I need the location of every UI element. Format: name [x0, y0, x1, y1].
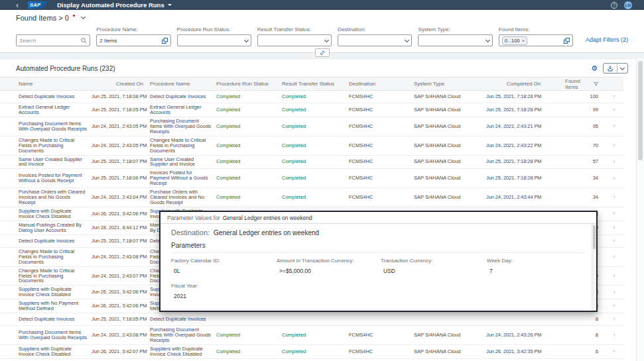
row-chevron-icon[interactable]: › — [605, 254, 623, 260]
table-row[interactable]: Extract General Ledger AccountsJun 25, 2… — [0, 103, 623, 117]
value-help-icon[interactable] — [162, 38, 168, 44]
back-icon[interactable]: ‹ — [16, 2, 19, 9]
popup-scrollbar-thumb[interactable] — [593, 225, 596, 249]
row-chevron-icon[interactable]: › — [605, 273, 623, 280]
table-row[interactable]: Detect Duplicate InvoicesJun 25, 2021, 7… — [0, 91, 623, 103]
settings-gear-icon[interactable]: ⚙ — [591, 65, 598, 72]
cell-created-on: Jun 24, 2021, 2:43:07 PM — [92, 272, 150, 280]
cell-name: Detect Duplicate Invoices — [19, 237, 92, 245]
result-transfer-status-select[interactable] — [257, 34, 332, 46]
cell-destination: FCMS4HC — [349, 123, 414, 130]
cell-created-on: Jun 28, 2021, 8:44:12 PM — [92, 224, 150, 232]
row-chevron-icon[interactable]: › — [605, 142, 623, 149]
col-name[interactable]: Name — [19, 81, 92, 87]
variant-modified-dot — [73, 15, 75, 17]
cell-completed-on — [486, 318, 565, 321]
procedure-name-value: 2 Items — [99, 38, 117, 44]
page-scrollbar[interactable] — [636, 58, 644, 361]
cell-run-status: Completed — [216, 193, 282, 201]
row-chevron-icon[interactable]: › — [605, 316, 623, 323]
col-completed-on[interactable]: Completed On — [486, 81, 565, 87]
row-chevron-icon[interactable]: › — [605, 332, 623, 338]
col-system-type[interactable]: System Type — [414, 81, 486, 87]
page-scrollbar-thumb[interactable] — [638, 61, 643, 160]
found-items-token[interactable]: 0...100 × — [502, 36, 527, 45]
export-menu-button[interactable] — [617, 64, 627, 73]
col-procedure-run-status[interactable]: Procedure Run Status — [216, 81, 282, 87]
row-chevron-icon[interactable]: › — [605, 194, 623, 201]
cell-found-items: 34 — [565, 174, 605, 182]
chevron-down-icon — [324, 37, 329, 42]
row-chevron-icon[interactable]: › — [605, 176, 623, 182]
table-row[interactable]: Purchase Orders with Cleared Invoices an… — [0, 188, 623, 207]
popup-destination-line: Destination: General Ledger entries on w… — [171, 229, 586, 236]
parameter-label: Week Day: — [487, 258, 586, 264]
row-chevron-icon[interactable]: › — [605, 303, 623, 309]
parameter: Transaction Currency:USD — [381, 258, 487, 274]
variant-chevron-down-icon — [81, 15, 86, 19]
cell-name: Changes Made to Critical Fields in Purch… — [19, 136, 92, 155]
hide-filter-bar-button[interactable] — [315, 48, 330, 57]
row-chevron-icon[interactable]: › — [605, 348, 623, 355]
cell-destination: FCMS4HC — [349, 174, 414, 182]
adapt-filters-link[interactable]: Adapt Filters (2) — [586, 36, 628, 43]
table-row[interactable]: Changes Made to Critical Fields in Purch… — [0, 136, 623, 156]
cell-found-items: 70 — [565, 142, 605, 150]
value-help-icon[interactable] — [564, 38, 570, 44]
pin-icon — [320, 50, 325, 56]
cell-name: Extract General Ledger Accounts — [19, 103, 92, 117]
filter-bar: Found Items > 0 Search Procedure Name: 2… — [0, 10, 644, 53]
table-row[interactable]: Detect Duplicate InvoicesJun 25, 2021, 7… — [0, 313, 623, 326]
table-row[interactable]: Purchasing Document Items With Overpaid … — [0, 117, 623, 136]
row-chevron-icon[interactable]: › — [605, 107, 623, 113]
cell-system-type: SAP S/4HANA Cloud — [414, 123, 486, 130]
cell-found-items: 99 — [565, 106, 605, 114]
col-procedure-name[interactable]: Procedure Name — [150, 81, 216, 87]
destination-select[interactable] — [338, 34, 412, 46]
cell-run-status: Completed — [216, 106, 282, 114]
row-chevron-icon[interactable]: › — [605, 225, 623, 231]
table-row[interactable]: Invoices Posted for Payment Without a Go… — [0, 169, 623, 188]
parameter-value: USD — [381, 268, 487, 274]
col-found-items[interactable]: Found Items — [565, 78, 605, 90]
row-chevron-icon[interactable]: › — [605, 238, 623, 244]
cell-run-status: Completed — [216, 123, 282, 130]
cell-created-on: Jun 24, 2021, 2:43:05 PM — [92, 142, 150, 150]
cell-run-status: Completed — [216, 142, 282, 150]
procedure-run-status-select[interactable] — [177, 34, 251, 46]
col-created-on[interactable]: Created On — [92, 81, 150, 87]
app-title[interactable]: Display Automated Procedure Runs — [57, 1, 172, 9]
search-icon[interactable] — [81, 38, 87, 44]
found-items-input[interactable]: 0...100 × — [499, 34, 573, 46]
export-button[interactable] — [604, 64, 617, 73]
cell-transfer-status: Completed — [282, 348, 349, 356]
search-input[interactable]: Search — [16, 34, 90, 46]
system-type-select[interactable] — [418, 34, 492, 46]
cell-transfer-status: Completed — [282, 174, 349, 182]
col-result-transfer-status[interactable]: Result Transfer Status — [282, 81, 349, 87]
cell-destination: FCMS4HC — [349, 348, 414, 356]
procedure-name-label: Procedure Name: — [96, 26, 170, 32]
sap-logo[interactable]: SAP — [28, 1, 48, 9]
cell-found-items: 57 — [565, 158, 605, 166]
avatar[interactable]: LO — [624, 1, 632, 9]
popup-scrollbar[interactable] — [592, 224, 596, 311]
procedure-name-input[interactable]: 2 Items — [96, 34, 170, 46]
table-row[interactable]: Suppliers with Duplicate Invoice Check D… — [0, 345, 623, 359]
cell-created-on: Jun 26, 2021, 3:42:06 PM — [92, 210, 150, 218]
col-destination[interactable]: Destination — [349, 81, 414, 87]
popup-title: Parameter Values for General Ledger entr… — [161, 212, 596, 224]
table-row[interactable]: Same User Created Supplier and InvoiceJu… — [0, 156, 623, 170]
table-row[interactable]: Purchasing Document Items With Overpaid … — [0, 326, 623, 345]
cell-system-type: SAP S/4HANA Cloud — [414, 106, 486, 114]
token-close-icon[interactable]: × — [522, 38, 525, 44]
row-chevron-icon[interactable]: › — [605, 289, 623, 296]
cell-name: Changes Made to Critical Fields in Purch… — [19, 267, 92, 285]
help-icon[interactable]: ? — [611, 2, 617, 9]
row-chevron-icon[interactable]: › — [605, 123, 623, 130]
variant-selector[interactable]: Found Items > 0 — [16, 14, 85, 25]
cell-found-items: 34 — [565, 193, 605, 201]
row-chevron-icon[interactable]: › — [605, 211, 623, 217]
row-chevron-icon[interactable]: › — [605, 93, 623, 100]
row-chevron-icon[interactable]: › — [605, 159, 623, 166]
